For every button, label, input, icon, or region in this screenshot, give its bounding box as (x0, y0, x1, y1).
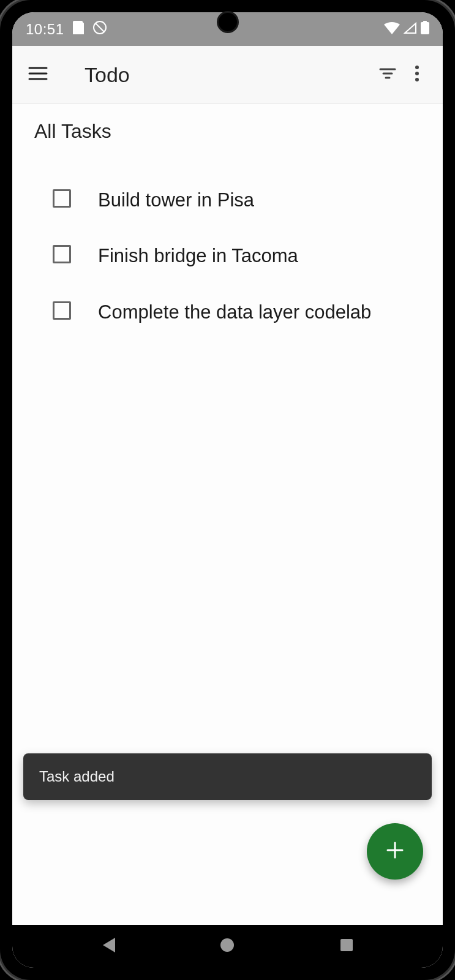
svg-point-13 (415, 78, 419, 81)
back-triangle-icon (102, 938, 115, 955)
system-nav-bar (12, 925, 443, 968)
filter-button[interactable] (373, 60, 402, 89)
task-item[interactable]: Finish bridge in Tacoma (34, 228, 421, 284)
task-list: Build tower in Pisa Finish bridge in Tac… (34, 172, 421, 340)
status-time: 10:51 (26, 21, 64, 38)
snackbar-message: Task added (39, 768, 115, 785)
recents-square-icon (340, 938, 353, 954)
task-checkbox[interactable] (53, 245, 71, 263)
snackbar: Task added (23, 753, 432, 800)
section-title: All Tasks (34, 120, 421, 143)
task-label: Build tower in Pisa (98, 187, 254, 213)
app-title: Todo (85, 63, 373, 87)
more-button[interactable] (402, 60, 432, 89)
svg-rect-4 (423, 21, 427, 23)
task-item[interactable]: Build tower in Pisa (34, 172, 421, 228)
svg-point-12 (415, 72, 419, 75)
svg-rect-0 (73, 21, 83, 34)
task-checkbox[interactable] (53, 189, 71, 208)
recents-button[interactable] (334, 934, 359, 959)
do-not-disturb-icon (92, 20, 107, 39)
battery-icon (421, 21, 429, 38)
add-task-fab[interactable] (367, 823, 423, 880)
svg-point-16 (220, 938, 234, 952)
task-label: Complete the data layer codelab (98, 299, 371, 325)
svg-line-2 (96, 23, 104, 32)
main-content: All Tasks Build tower in Pisa Finish bri… (12, 104, 443, 925)
hamburger-icon (28, 66, 48, 83)
svg-rect-17 (340, 939, 353, 951)
task-item[interactable]: Complete the data layer codelab (34, 284, 421, 340)
svg-rect-3 (421, 22, 429, 34)
plus-icon (384, 839, 406, 864)
home-button[interactable] (215, 934, 239, 959)
more-vert-icon (415, 65, 419, 85)
app-bar: Todo (12, 46, 443, 104)
home-circle-icon (220, 938, 235, 955)
wifi-icon (384, 21, 400, 38)
back-button[interactable] (96, 934, 121, 959)
task-label: Finish bridge in Tacoma (98, 243, 298, 269)
camera-notch (217, 11, 239, 33)
signal-icon (404, 21, 417, 38)
task-checkbox[interactable] (53, 301, 71, 320)
filter-icon (379, 67, 396, 82)
menu-button[interactable] (23, 60, 53, 89)
svg-point-11 (415, 66, 419, 69)
sd-card-icon (73, 21, 84, 38)
